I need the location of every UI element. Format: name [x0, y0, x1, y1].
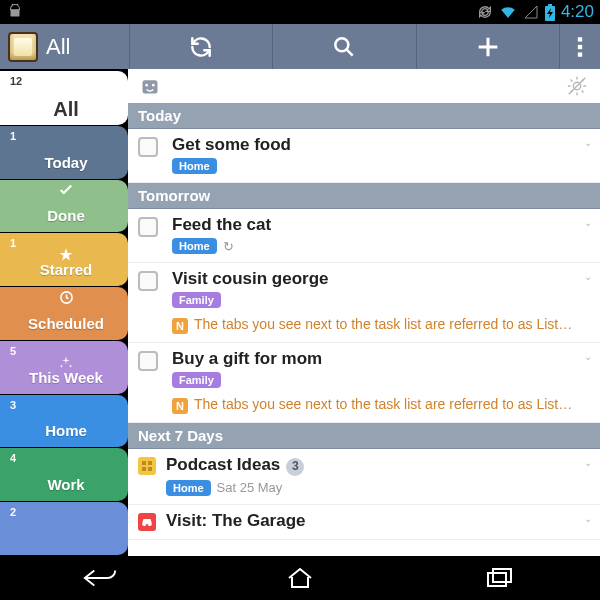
svg-rect-16	[148, 461, 152, 465]
task-title: Get some food	[172, 135, 590, 154]
clock-icon	[10, 290, 122, 304]
section-header: Today	[128, 103, 600, 129]
sidebar-count: 4	[10, 452, 122, 464]
chevron-down-icon: ⌄	[584, 137, 592, 148]
svg-point-1	[13, 7, 14, 8]
task-title: Podcast Ideas3	[166, 455, 590, 476]
content-toolbar	[128, 69, 600, 103]
tag-badge: Home	[166, 480, 211, 496]
list-type-icon	[138, 513, 156, 531]
android-nav-bar	[0, 556, 600, 600]
svg-point-5	[336, 38, 349, 51]
task-checkbox[interactable]	[138, 137, 158, 157]
chevron-down-icon: ⌄	[584, 351, 592, 362]
task-row[interactable]: Podcast Ideas3HomeSat 25 May⌄	[128, 449, 600, 505]
overflow-icon	[570, 34, 590, 60]
sidebar-item-label: This Week	[10, 370, 122, 386]
sidebar-item-starred[interactable]: 1Starred	[0, 233, 128, 286]
task-row[interactable]: Get some foodHome⌄	[128, 129, 600, 183]
sidebar-item-home[interactable]: 3Home	[0, 395, 128, 448]
sidebar: 12All1TodayDone1StarredScheduled5This We…	[0, 69, 128, 556]
battery-charging-icon	[545, 4, 555, 21]
sidebar-item-family[interactable]: 2	[0, 502, 128, 555]
task-row[interactable]: Visit: The Garage⌄	[128, 505, 600, 540]
task-note: NThe tabs you see next to the task list …	[172, 316, 590, 334]
task-pane: TodayGet some foodHome⌄TomorrowFeed the …	[128, 69, 600, 556]
svg-rect-21	[488, 573, 506, 586]
svg-rect-7	[578, 44, 582, 48]
calendar-icon[interactable]	[140, 76, 160, 96]
sync-button[interactable]	[130, 24, 273, 69]
sidebar-item-thisweek[interactable]: 5This Week	[0, 341, 128, 394]
nav-recent-button[interactable]	[400, 556, 600, 600]
section-header: Tomorrow	[128, 183, 600, 209]
sidebar-item-work[interactable]: 4Work	[0, 448, 128, 501]
task-title: Visit: The Garage	[166, 511, 590, 530]
note-icon: N	[172, 398, 188, 414]
task-row[interactable]: Visit cousin georgeFamilyNThe tabs you s…	[128, 263, 600, 343]
sidebar-item-done[interactable]: Done	[0, 180, 128, 233]
svg-point-19	[144, 523, 146, 525]
status-time: 4:20	[561, 2, 594, 22]
task-checkbox[interactable]	[138, 351, 158, 371]
plus-icon	[474, 33, 502, 61]
page-title: All	[46, 34, 70, 60]
star-icon	[10, 248, 122, 262]
recent-icon	[485, 567, 515, 589]
main-area: 12All1TodayDone1StarredScheduled5This We…	[0, 69, 600, 556]
sidebar-count: 3	[10, 399, 122, 411]
svg-rect-4	[548, 4, 552, 6]
overflow-button[interactable]	[560, 24, 600, 69]
home-icon	[285, 566, 315, 590]
sidebar-item-label: Starred	[10, 262, 122, 278]
spark-icon	[10, 356, 122, 370]
sidebar-item-label: All	[10, 101, 122, 117]
task-title: Feed the cat	[172, 215, 590, 234]
section-header: Next 7 Days	[128, 423, 600, 449]
tag-badge: Family	[172, 292, 221, 308]
task-date: Sat 25 May	[217, 480, 283, 495]
sidebar-item-scheduled[interactable]: Scheduled	[0, 287, 128, 340]
app-title-block[interactable]: All	[0, 24, 130, 69]
android-status-bar: 4:20	[0, 0, 600, 24]
svg-rect-15	[142, 461, 146, 465]
android-logo-icon	[6, 3, 24, 21]
chevron-down-icon: ⌄	[584, 271, 592, 282]
sidebar-item-label: Work	[10, 477, 122, 493]
sidebar-item-label: Scheduled	[10, 316, 122, 332]
tag-badge: Family	[172, 372, 221, 388]
task-title: Buy a gift for mom	[172, 349, 590, 368]
wifi-icon	[499, 4, 517, 20]
task-note: NThe tabs you see next to the task list …	[172, 396, 590, 414]
sidebar-count: 2	[10, 506, 122, 518]
sync-status-icon	[477, 4, 493, 20]
nav-home-button[interactable]	[200, 556, 400, 600]
recur-icon: ↻	[223, 239, 234, 254]
svg-point-11	[145, 84, 148, 87]
svg-rect-18	[148, 467, 152, 471]
sync-icon	[188, 34, 214, 60]
sidebar-item-today[interactable]: 1Today	[0, 126, 128, 179]
add-button[interactable]	[417, 24, 560, 69]
nav-back-button[interactable]	[0, 556, 200, 600]
check-icon	[10, 183, 122, 197]
brightness-icon[interactable]	[566, 75, 588, 97]
tag-badge: Home	[172, 158, 217, 174]
sidebar-item-all[interactable]: 12All	[0, 71, 128, 125]
note-icon: N	[172, 318, 188, 334]
task-row[interactable]: Buy a gift for momFamilyNThe tabs you se…	[128, 343, 600, 423]
task-row[interactable]: Feed the catHome↻⌄	[128, 209, 600, 263]
cell-signal-icon	[523, 4, 539, 20]
chevron-down-icon: ⌄	[584, 513, 592, 524]
svg-point-20	[148, 523, 150, 525]
svg-point-2	[16, 7, 17, 8]
task-list[interactable]: TodayGet some foodHome⌄TomorrowFeed the …	[128, 103, 600, 556]
task-checkbox[interactable]	[138, 271, 158, 291]
svg-point-12	[152, 84, 155, 87]
task-checkbox[interactable]	[138, 217, 158, 237]
sidebar-count: 1	[10, 237, 122, 249]
search-button[interactable]	[273, 24, 416, 69]
list-type-icon	[138, 457, 156, 475]
sidebar-count: 12	[10, 75, 122, 87]
chevron-down-icon: ⌄	[584, 457, 592, 468]
